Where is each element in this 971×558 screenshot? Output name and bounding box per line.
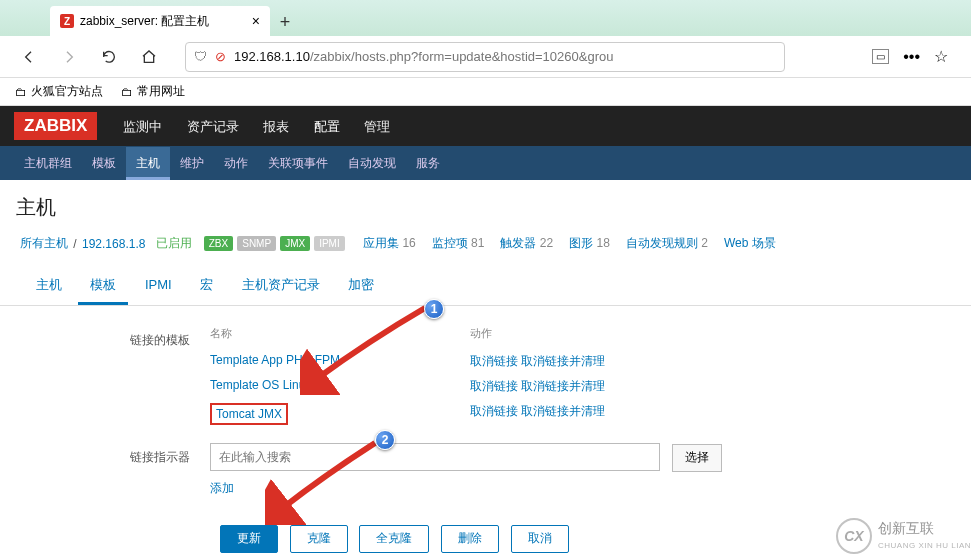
back-button[interactable] [15, 43, 43, 71]
zabbix-logo[interactable]: ZABBIX [14, 112, 97, 140]
action-buttons: 更新 克隆 全克隆 删除 取消 [210, 525, 941, 553]
tab-host[interactable]: 主机 [24, 268, 74, 302]
home-button[interactable] [135, 43, 163, 71]
counter-triggers[interactable]: 触发器 22 [500, 235, 567, 252]
unlink-link[interactable]: 取消链接 [470, 379, 518, 393]
unlink-clear-link[interactable]: 取消链接并清理 [521, 404, 605, 418]
tab-templates[interactable]: 模板 [78, 268, 128, 305]
watermark-pinyin: CHUANG XIN HU LIAN [878, 541, 971, 550]
unlink-clear-link[interactable]: 取消链接并清理 [521, 354, 605, 368]
avail-jmx: JMX [280, 236, 310, 251]
tab-inventory[interactable]: 主机资产记录 [230, 268, 332, 302]
highlight-box: Tomcat JMX [210, 403, 288, 425]
col-action-header: 动作 [470, 326, 492, 341]
label-linked-templates: 链接的模板 [30, 326, 210, 429]
main-nav: 监测中 资产记录 报表 配置 管理 [113, 117, 400, 136]
zabbix-header: ZABBIX 监测中 资产记录 报表 配置 管理 [0, 106, 971, 146]
template-row: Tomcat JMX 取消链接 取消链接并清理 [210, 399, 941, 429]
address-bar: 🛡 ⊘ 192.168.1.10/zabbix/hosts.php?form=u… [0, 36, 971, 78]
folder-icon: 🗀 [121, 85, 133, 99]
shield-icon: 🛡 [194, 49, 207, 64]
bookmark-star-icon[interactable]: ☆ [934, 47, 948, 66]
folder-icon: 🗀 [15, 85, 27, 99]
reader-icon[interactable]: ▭ [872, 49, 889, 64]
avail-ipmi: IPMI [314, 236, 345, 251]
bookmark-item[interactable]: 🗀常用网址 [121, 83, 185, 100]
nav-administration[interactable]: 管理 [354, 119, 400, 134]
page-title: 主机 [0, 180, 971, 231]
tab-ipmi[interactable]: IPMI [133, 269, 184, 300]
new-tab-button[interactable]: + [270, 8, 300, 36]
subnav-templates[interactable]: 模板 [82, 147, 126, 180]
sub-nav: 主机群组 模板 主机 维护 动作 关联项事件 自动发现 服务 [0, 146, 971, 180]
tab-title: zabbix_server: 配置主机 [80, 13, 209, 30]
clone-button[interactable]: 克隆 [290, 525, 348, 553]
subnav-discovery[interactable]: 自动发现 [338, 147, 406, 180]
bookmark-item[interactable]: 🗀火狐官方站点 [15, 83, 103, 100]
bookmarks-bar: 🗀火狐官方站点 🗀常用网址 [0, 78, 971, 106]
subnav-actions[interactable]: 动作 [214, 147, 258, 180]
subnav-maintenance[interactable]: 维护 [170, 147, 214, 180]
template-row: Template App PHP-FPM 取消链接 取消链接并清理 [210, 349, 941, 374]
host-tabs: 主机 模板 IPMI 宏 主机资产记录 加密 [0, 262, 971, 306]
select-button[interactable]: 选择 [672, 444, 722, 472]
counter-items[interactable]: 监控项 81 [432, 235, 499, 252]
nav-reports[interactable]: 报表 [253, 119, 299, 134]
col-name-header: 名称 [210, 326, 470, 341]
counter-graphs[interactable]: 图形 18 [569, 235, 624, 252]
blocked-icon: ⊘ [215, 49, 226, 64]
host-meta-bar: 所有主机 / 192.168.1.8 已启用 ZBX SNMP JMX IPMI… [0, 231, 971, 262]
avail-snmp: SNMP [237, 236, 276, 251]
subnav-hosts[interactable]: 主机 [126, 147, 170, 180]
template-search-input[interactable] [210, 443, 660, 471]
cancel-button[interactable]: 取消 [511, 525, 569, 553]
browser-tab[interactable]: Z zabbix_server: 配置主机 × [50, 6, 270, 36]
more-icon[interactable]: ••• [903, 48, 920, 66]
tab-favicon: Z [60, 14, 74, 28]
watermark-logo-icon: CX [836, 518, 872, 554]
watermark: CX 创新互联CHUANG XIN HU LIAN [836, 518, 971, 554]
subnav-hostgroups[interactable]: 主机群组 [14, 147, 82, 180]
add-link[interactable]: 添加 [210, 480, 234, 497]
template-row: Template OS Linux 取消链接 取消链接并清理 [210, 374, 941, 399]
template-link[interactable]: Tomcat JMX [216, 407, 282, 421]
full-clone-button[interactable]: 全克隆 [359, 525, 429, 553]
subnav-eventcorrelation[interactable]: 关联项事件 [258, 147, 338, 180]
breadcrumb-all[interactable]: 所有主机 [20, 235, 68, 252]
delete-button[interactable]: 删除 [441, 525, 499, 553]
zabbix-app: ZABBIX 监测中 资产记录 报表 配置 管理 主机群组 模板 主机 维护 动… [0, 106, 971, 558]
reload-button[interactable] [95, 43, 123, 71]
url-text: 192.168.1.10/zabbix/hosts.php?form=updat… [234, 49, 613, 64]
template-link[interactable]: Template OS Linux [210, 378, 311, 392]
label-link-new: 链接指示器 [30, 443, 210, 497]
unlink-link[interactable]: 取消链接 [470, 404, 518, 418]
url-input[interactable]: 🛡 ⊘ 192.168.1.10/zabbix/hosts.php?form=u… [185, 42, 785, 72]
update-button[interactable]: 更新 [220, 525, 278, 553]
close-icon[interactable]: × [252, 13, 260, 29]
avail-zbx: ZBX [204, 236, 233, 251]
template-form: 链接的模板 名称 动作 Template App PHP-FPM 取消链接 取消… [0, 306, 971, 558]
forward-button[interactable] [55, 43, 83, 71]
nav-inventory[interactable]: 资产记录 [177, 119, 249, 134]
counter-discovery[interactable]: 自动发现规则 2 [626, 235, 722, 252]
breadcrumb-host[interactable]: 192.168.1.8 [82, 237, 145, 251]
tab-encryption[interactable]: 加密 [336, 268, 386, 302]
counter-applications[interactable]: 应用集 16 [363, 235, 430, 252]
subnav-services[interactable]: 服务 [406, 147, 450, 180]
template-link[interactable]: Template App PHP-FPM [210, 353, 340, 367]
nav-configuration[interactable]: 配置 [304, 119, 350, 134]
browser-tabstrip: Z zabbix_server: 配置主机 × + [0, 0, 971, 36]
counter-web[interactable]: Web 场景 [724, 235, 776, 252]
nav-monitoring[interactable]: 监测中 [113, 119, 172, 134]
unlink-clear-link[interactable]: 取消链接并清理 [521, 379, 605, 393]
status-enabled: 已启用 [156, 235, 192, 252]
watermark-name: 创新互联 [878, 521, 971, 536]
tab-macros[interactable]: 宏 [188, 268, 225, 302]
unlink-link[interactable]: 取消链接 [470, 354, 518, 368]
